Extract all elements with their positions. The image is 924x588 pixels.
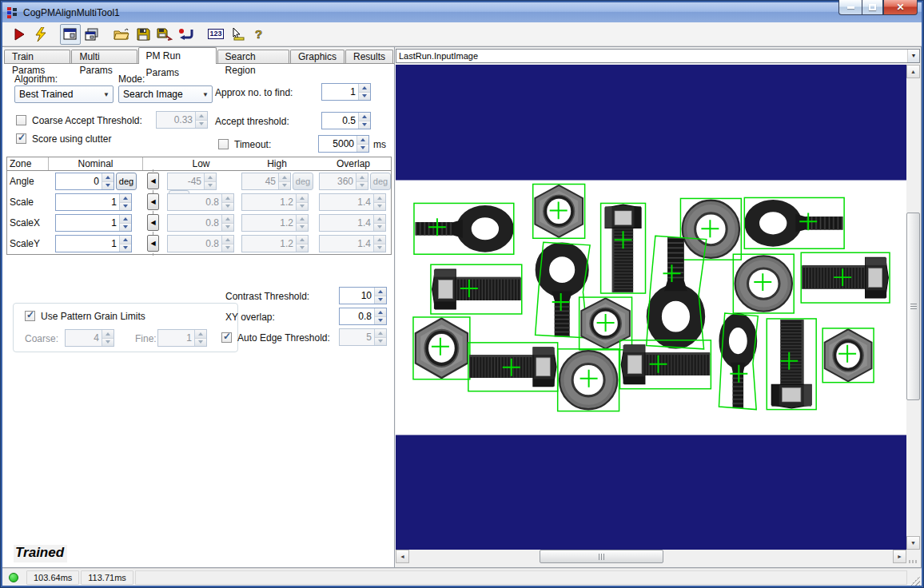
spinner-buttons[interactable]: [195, 112, 207, 128]
spinner-buttons[interactable]: [296, 215, 308, 231]
window-resize-grip[interactable]: [910, 576, 920, 586]
spin-up-icon[interactable]: [102, 173, 114, 182]
spinner-buttons[interactable]: [373, 236, 385, 252]
spin-down-icon[interactable]: [102, 182, 114, 190]
spinner-buttons[interactable]: [296, 236, 308, 252]
spin-down-icon[interactable]: [120, 244, 131, 252]
spin-down-icon[interactable]: [120, 224, 131, 232]
spin-down-icon[interactable]: [196, 121, 207, 129]
spin-down-icon[interactable]: [375, 317, 386, 325]
spin-up-icon[interactable]: [222, 236, 233, 244]
spin-down-icon[interactable]: [195, 339, 206, 347]
vertical-scrollbar[interactable]: ▲ ▼: [906, 65, 920, 550]
spin-down-icon[interactable]: [375, 296, 386, 304]
scroll-up-icon[interactable]: ▲: [906, 65, 920, 78]
spin-down-icon[interactable]: [222, 244, 233, 252]
spin-down-icon[interactable]: [359, 93, 370, 101]
spinner-buttons[interactable]: [102, 330, 114, 346]
tab-multi-params[interactable]: Multi Params: [71, 50, 137, 63]
spinner-buttons[interactable]: [358, 113, 370, 129]
copy-left-button[interactable]: ◀: [147, 193, 159, 210]
spinner-buttons[interactable]: [356, 136, 368, 152]
spin-down-icon[interactable]: [357, 145, 368, 153]
open-file-button[interactable]: [111, 24, 132, 45]
spinner-buttons[interactable]: [358, 84, 370, 100]
spinner-buttons[interactable]: [119, 215, 131, 231]
spinner-buttons[interactable]: [194, 330, 206, 346]
spinner-buttons[interactable]: [278, 173, 290, 189]
spin-up-icon[interactable]: [375, 308, 386, 317]
spin-up-icon[interactable]: [120, 194, 131, 203]
coarse-accept-checkbox[interactable]: [16, 115, 26, 125]
horizontal-scroll-thumb[interactable]: [540, 550, 663, 563]
horizontal-scrollbar[interactable]: ◄ ►: [396, 550, 906, 563]
zone-spinner[interactable]: 0: [55, 173, 114, 190]
mode-select[interactable]: Search Image▼: [118, 85, 213, 103]
spinner-buttons[interactable]: [374, 329, 386, 345]
spin-up-icon[interactable]: [297, 194, 308, 203]
spin-up-icon[interactable]: [374, 215, 385, 224]
image-viewport[interactable]: [396, 65, 906, 550]
score-clutter-checkbox[interactable]: [16, 133, 26, 144]
copy-left-button[interactable]: ◀: [147, 235, 159, 252]
xy-overlap-spinner[interactable]: 0.8: [339, 308, 387, 325]
run-button[interactable]: [9, 24, 30, 45]
spin-down-icon[interactable]: [374, 203, 385, 211]
spin-up-icon[interactable]: [102, 330, 114, 339]
tab-results[interactable]: Results: [345, 50, 393, 63]
spin-up-icon[interactable]: [222, 215, 233, 224]
spinner-buttons[interactable]: [373, 215, 385, 231]
spin-down-icon[interactable]: [374, 244, 385, 252]
timeout-spinner[interactable]: 5000: [318, 135, 369, 153]
tab-train-params[interactable]: Train Params: [4, 50, 70, 63]
scroll-down-icon[interactable]: ▼: [906, 536, 920, 550]
spinner-buttons[interactable]: [119, 236, 131, 252]
spin-up-icon[interactable]: [374, 194, 385, 203]
help-button[interactable]: ?: [249, 24, 269, 45]
spin-down-icon[interactable]: [102, 339, 114, 347]
copy-left-button[interactable]: ◀: [147, 173, 159, 189]
maximize-button[interactable]: [862, 0, 883, 15]
spin-up-icon[interactable]: [297, 215, 308, 224]
spinner-buttons[interactable]: [296, 194, 308, 210]
spinner-buttons[interactable]: [119, 194, 131, 210]
scroll-left-icon[interactable]: ◄: [396, 550, 409, 563]
algorithm-select[interactable]: Best Trained▼: [14, 85, 114, 103]
spin-up-icon[interactable]: [279, 173, 290, 182]
spinner-buttons[interactable]: [221, 236, 233, 252]
spin-up-icon[interactable]: [120, 215, 131, 224]
spin-down-icon[interactable]: [297, 224, 308, 232]
reset-button[interactable]: [176, 24, 197, 45]
spinner-buttons[interactable]: [374, 288, 386, 304]
spin-up-icon[interactable]: [357, 136, 368, 145]
spinner-buttons[interactable]: [356, 173, 368, 189]
accept-threshold-spinner[interactable]: 0.5: [321, 112, 371, 129]
spin-down-icon[interactable]: [356, 182, 368, 190]
spin-down-icon[interactable]: [279, 182, 290, 190]
spinner-buttons[interactable]: [374, 308, 386, 324]
timeout-checkbox[interactable]: [218, 139, 229, 149]
spin-down-icon[interactable]: [374, 224, 385, 232]
save-button[interactable]: [133, 24, 153, 45]
approx-spinner[interactable]: 1: [321, 83, 371, 101]
spin-up-icon[interactable]: [374, 236, 385, 244]
spin-up-icon[interactable]: [375, 329, 386, 338]
minimize-button[interactable]: [838, 0, 862, 15]
spin-down-icon[interactable]: [222, 203, 233, 211]
close-button[interactable]: ✕: [883, 0, 918, 15]
spin-up-icon[interactable]: [120, 236, 131, 244]
grain-limits-checkbox[interactable]: [25, 311, 35, 321]
show-image-display-button[interactable]: [60, 24, 81, 45]
auto-edge-checkbox[interactable]: [221, 332, 232, 343]
electric-run-button[interactable]: [30, 24, 51, 45]
zone-spinner[interactable]: 1: [55, 235, 132, 252]
spin-up-icon[interactable]: [359, 113, 370, 121]
spin-down-icon[interactable]: [120, 203, 131, 211]
image-record-select[interactable]: LastRun.InputImage ▼: [396, 49, 920, 63]
scroll-right-icon[interactable]: ►: [893, 550, 906, 563]
spinner-buttons[interactable]: [373, 194, 385, 210]
spin-down-icon[interactable]: [297, 244, 308, 252]
spinner-buttons[interactable]: [102, 173, 114, 189]
spin-down-icon[interactable]: [297, 203, 308, 211]
spin-down-icon[interactable]: [205, 182, 216, 190]
